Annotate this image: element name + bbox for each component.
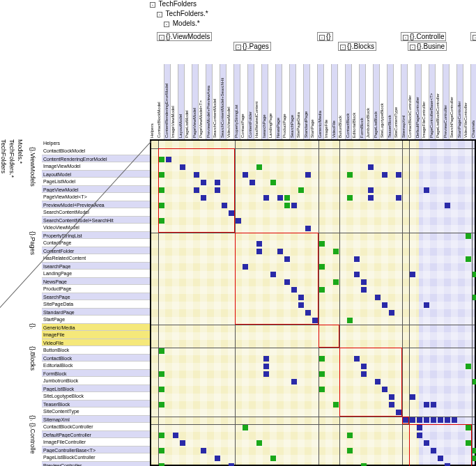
matrix-cell[interactable] bbox=[256, 440, 262, 446]
row-header[interactable]: LandingPage bbox=[42, 270, 150, 277]
matrix-cell[interactable] bbox=[382, 302, 387, 308]
row-header[interactable]: PreviewController bbox=[42, 461, 150, 466]
matrix-cell[interactable] bbox=[284, 203, 290, 208]
matrix-cell[interactable] bbox=[361, 364, 367, 369]
matrix-cell[interactable] bbox=[466, 256, 471, 262]
matrix-cell[interactable] bbox=[473, 295, 476, 300]
left-group-label[interactable]: {}.Blocks bbox=[29, 346, 36, 371]
matrix-cell[interactable] bbox=[277, 249, 283, 254]
matrix-cell[interactable] bbox=[347, 318, 353, 323]
matrix-cell[interactable] bbox=[159, 371, 164, 377]
matrix-cell[interactable] bbox=[305, 172, 311, 178]
matrix-cell[interactable] bbox=[291, 287, 297, 293]
matrix-cell[interactable] bbox=[159, 203, 164, 208]
matrix-cell[interactable] bbox=[417, 417, 422, 423]
matrix-cell[interactable] bbox=[159, 448, 164, 453]
col-header[interactable]: EditorialBlock bbox=[352, 64, 359, 139]
matrix-cell[interactable] bbox=[298, 187, 304, 193]
matrix-cell[interactable] bbox=[159, 157, 164, 162]
col-header[interactable]: ImageFileController bbox=[422, 64, 429, 139]
matrix-cell[interactable] bbox=[361, 279, 367, 285]
matrix-cell[interactable] bbox=[159, 387, 164, 392]
matrix-cell[interactable] bbox=[368, 195, 374, 201]
col-header[interactable]: PreviewController bbox=[443, 64, 450, 139]
matrix-cell[interactable] bbox=[215, 180, 220, 185]
matrix-cell[interactable] bbox=[194, 187, 199, 193]
col-header[interactable]: PageControllerBase<T> bbox=[429, 64, 436, 139]
matrix-cell[interactable] bbox=[159, 172, 164, 178]
matrix-cell[interactable] bbox=[354, 272, 360, 277]
matrix-cell[interactable] bbox=[375, 379, 381, 385]
row-header[interactable]: ContactBlockModel bbox=[42, 147, 150, 155]
minus-icon[interactable]: - bbox=[403, 35, 408, 40]
col-header[interactable]: VideoViewModel bbox=[227, 64, 233, 139]
col-header[interactable]: ProductPage bbox=[282, 64, 289, 139]
row-header[interactable]: PageControllerBase<T> bbox=[42, 446, 150, 453]
col-header[interactable]: PageViewModel<T> bbox=[199, 64, 206, 139]
matrix-cell[interactable] bbox=[256, 241, 262, 247]
row-header[interactable]: FormBlock bbox=[42, 369, 150, 377]
matrix-cell[interactable] bbox=[243, 172, 248, 178]
matrix-cell[interactable] bbox=[389, 394, 394, 400]
col-header[interactable]: PageViewModel bbox=[192, 64, 199, 139]
matrix-cell[interactable] bbox=[368, 164, 374, 170]
col-header[interactable]: ContactBlock bbox=[345, 64, 352, 139]
matrix-cell[interactable] bbox=[333, 249, 339, 254]
matrix-cell[interactable] bbox=[236, 218, 241, 224]
matrix-cell[interactable] bbox=[319, 287, 325, 293]
matrix-cell[interactable] bbox=[305, 310, 311, 316]
col-header[interactable]: LayoutModel bbox=[178, 64, 185, 139]
col-header[interactable]: PropertyStringList bbox=[233, 64, 240, 139]
matrix-cell[interactable] bbox=[361, 463, 367, 466]
matrix-cell[interactable] bbox=[312, 318, 318, 323]
matrix-cell[interactable] bbox=[263, 356, 269, 362]
matrix-cell[interactable] bbox=[347, 433, 353, 438]
left-group-label[interactable]: {}. bbox=[29, 415, 36, 421]
matrix-cell[interactable] bbox=[270, 272, 276, 277]
matrix-cell[interactable] bbox=[424, 417, 429, 423]
matrix-cell[interactable] bbox=[201, 448, 206, 453]
matrix-cell[interactable] bbox=[159, 402, 164, 407]
top-group-node[interactable]: -{}.Blocks bbox=[338, 42, 376, 51]
matrix-cell[interactable] bbox=[263, 364, 269, 369]
col-header[interactable]: StartPage bbox=[310, 64, 317, 139]
matrix-cell[interactable] bbox=[249, 180, 255, 185]
matrix-cell[interactable] bbox=[215, 456, 220, 461]
matrix-cell[interactable] bbox=[291, 203, 297, 208]
row-header[interactable]: PageListBlock bbox=[42, 385, 150, 392]
row-header[interactable]: ProductPage bbox=[42, 285, 150, 293]
minus-icon[interactable]: - bbox=[319, 35, 325, 40]
row-header[interactable]: DefaultPageController bbox=[42, 430, 150, 438]
matrix-cell[interactable] bbox=[263, 195, 269, 201]
matrix-cell[interactable] bbox=[159, 187, 164, 193]
matrix-cell[interactable] bbox=[159, 218, 164, 224]
minus-icon[interactable]: - bbox=[473, 35, 476, 40]
left-group-label[interactable]: {}.Pages bbox=[29, 231, 36, 255]
matrix-cell[interactable] bbox=[389, 310, 394, 316]
row-header[interactable]: ImageViewModel bbox=[42, 162, 150, 170]
top-group-node[interactable]: -{} bbox=[317, 32, 333, 41]
matrix-cell[interactable] bbox=[347, 195, 353, 201]
matrix-cell[interactable] bbox=[180, 164, 185, 170]
top-group-node[interactable]: -{}.Busine bbox=[408, 42, 447, 51]
matrix-cell[interactable] bbox=[417, 433, 422, 438]
top-group-node[interactable]: -{}.Controlle bbox=[401, 32, 446, 41]
matrix-cell[interactable] bbox=[229, 210, 234, 216]
col-header[interactable]: NewsPage bbox=[275, 64, 282, 139]
matrix-cell[interactable] bbox=[431, 448, 436, 453]
col-header[interactable]: SearchPageController bbox=[450, 64, 456, 139]
matrix-cell[interactable] bbox=[452, 417, 457, 423]
matrix-cell[interactable] bbox=[319, 241, 325, 247]
col-header[interactable]: VideoFileController bbox=[463, 64, 470, 139]
row-header[interactable]: PageViewModel bbox=[42, 185, 150, 193]
col-header[interactable]: SiteLogotypeBlock bbox=[380, 64, 387, 139]
matrix-cell[interactable] bbox=[354, 356, 360, 362]
matrix-cell[interactable] bbox=[159, 348, 164, 354]
matrix-cell[interactable] bbox=[445, 463, 450, 466]
row-header[interactable]: SearchContentModel+SearchHit bbox=[42, 216, 150, 224]
row-header[interactable]: ButtonBlock bbox=[42, 346, 150, 354]
matrix-cell[interactable] bbox=[270, 180, 276, 185]
minus-icon[interactable]: - bbox=[159, 35, 164, 40]
matrix-cell[interactable] bbox=[466, 233, 471, 239]
col-header[interactable]: ButtonBlock bbox=[338, 64, 345, 139]
